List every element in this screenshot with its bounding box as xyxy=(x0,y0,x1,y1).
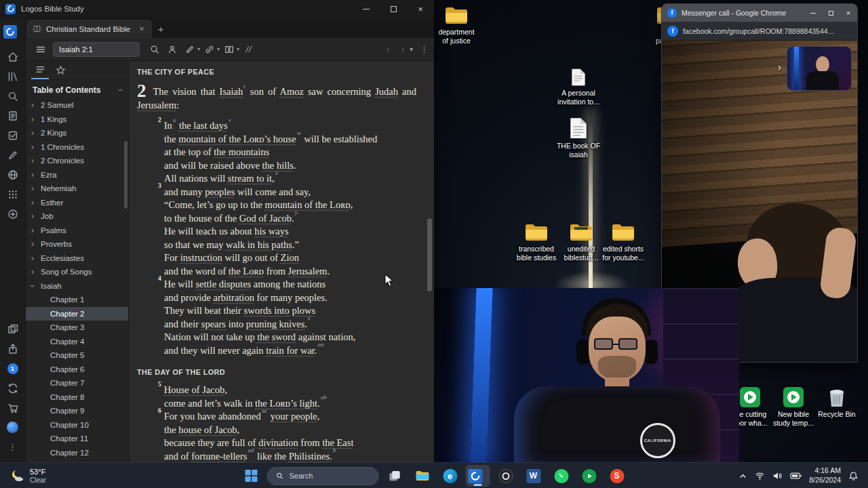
chrome-titlebar[interactable]: f Messenger call - Google Chrome × xyxy=(662,4,857,22)
tagged-term[interactable]: spears xyxy=(201,319,226,329)
maximize-button[interactable] xyxy=(380,0,407,18)
clock[interactable]: 4:16 AM 8/26/2024 xyxy=(809,466,841,485)
tagged-term[interactable]: arbitration xyxy=(213,292,254,303)
help-icon[interactable] xyxy=(3,418,22,437)
camtasia-button[interactable] xyxy=(577,465,601,487)
desktop-icon-department-of-justice[interactable]: department of justice xyxy=(434,5,479,45)
back-icon[interactable]: ‹ xyxy=(382,43,394,55)
footnote-marker[interactable]: ad xyxy=(248,447,254,453)
footnote-marker[interactable]: z xyxy=(308,314,311,321)
apps-grid-icon[interactable] xyxy=(3,184,22,204)
footnote-marker[interactable]: ab xyxy=(321,394,327,401)
desktop-icon-personal-invitation[interactable]: A personal invitation to... xyxy=(556,68,601,106)
tagged-term[interactable]: stream to it xyxy=(228,173,272,184)
footnote-marker[interactable]: b xyxy=(333,447,336,453)
panel-kebab-icon[interactable]: ⋮ xyxy=(420,44,429,54)
tagged-term[interactable]: divination xyxy=(258,437,298,448)
tagged-term[interactable]: the East xyxy=(322,437,353,448)
tagged-term[interactable]: the Lᴏʀᴅ xyxy=(229,266,264,277)
toc-chapter-item[interactable]: Chapter 11 xyxy=(26,432,128,446)
desktop-icon-new-bible-study-template[interactable]: New bible study temp... xyxy=(771,386,816,428)
tagged-term[interactable]: Isaiah xyxy=(220,86,243,97)
tagged-term[interactable]: fortune-tellers xyxy=(191,451,247,462)
link-caret-icon[interactable]: ▾ xyxy=(217,46,220,52)
minimize-button[interactable] xyxy=(353,0,380,18)
chrome-maximize-button[interactable] xyxy=(822,4,840,22)
share-icon[interactable] xyxy=(3,339,22,359)
volume-icon[interactable] xyxy=(772,471,783,481)
desktop-icon-recycle-bin[interactable]: Recycle Bin xyxy=(814,386,859,419)
tagged-term[interactable]: Philistines xyxy=(289,451,330,462)
columns-icon[interactable] xyxy=(221,41,237,58)
logos-titlebar[interactable]: Logos Bible Study × xyxy=(0,0,434,18)
parallel-passages-icon[interactable]: // xyxy=(241,41,257,58)
toc-chapter-item[interactable]: Chapter 9 xyxy=(26,404,128,418)
logos-taskbar-button[interactable] xyxy=(466,465,490,487)
tagged-term[interactable]: mountain of the Lᴏʀᴅ’s house xyxy=(178,134,296,144)
chrome-minimize-button[interactable] xyxy=(804,4,822,22)
taskbar-search[interactable]: Search xyxy=(267,467,379,485)
toc-book-item[interactable]: ›Nehemiah xyxy=(26,182,128,196)
toc-book-item[interactable]: ›Proverbs xyxy=(26,237,128,251)
toc-chapter-item[interactable]: Chapter 12 xyxy=(26,446,128,460)
toc-book-item[interactable]: ›Isaiah xyxy=(26,279,128,293)
tagged-term[interactable]: mountain of the Lᴏʀᴅ xyxy=(265,199,351,210)
toc-book-item[interactable]: ›2 Kings xyxy=(26,126,128,140)
toc-book-item[interactable]: ›1 Kings xyxy=(26,113,128,127)
desktop-icon-unedited-biblestudies[interactable]: unedited biblestud... xyxy=(559,222,604,262)
tagged-term[interactable]: instruction xyxy=(180,252,222,263)
word-button[interactable]: W xyxy=(521,465,546,487)
task-view-button[interactable] xyxy=(382,465,407,487)
tagged-term[interactable]: the last days xyxy=(179,120,228,131)
self-view-thumbnail[interactable] xyxy=(787,46,852,91)
toc-chapter-item[interactable]: Chapter 4 xyxy=(26,335,128,349)
people-icon[interactable] xyxy=(164,41,180,58)
toc-book-item[interactable]: ›Psalms xyxy=(26,224,128,238)
desktop-icon-edited-shorts[interactable]: edited shorts for youtube... xyxy=(601,222,646,262)
bookmarks-star-icon[interactable] xyxy=(52,61,69,79)
toc-chapter-item[interactable]: Chapter 2 xyxy=(26,307,128,321)
tab-close-icon[interactable]: × xyxy=(137,24,146,34)
toc-chapter-item[interactable]: Chapter 1 xyxy=(26,293,128,307)
tagged-term[interactable]: the mountains xyxy=(214,146,269,157)
forward-icon[interactable]: › xyxy=(397,43,409,55)
footnote-marker[interactable]: t xyxy=(243,83,245,89)
search-icon[interactable] xyxy=(3,86,22,106)
desktop-icon-the-book-of-isaiah[interactable]: THE book OF isaiah xyxy=(556,117,601,159)
notifications-badge[interactable]: 1 xyxy=(3,359,22,378)
toc-book-item[interactable]: ›2 Chronicles xyxy=(26,154,128,168)
chrome-close-button[interactable]: × xyxy=(840,4,857,22)
tagged-term[interactable]: God of Jacob xyxy=(239,213,292,224)
toc-book-item[interactable]: ›1 Chronicles xyxy=(26,140,128,155)
chrome-url-bar[interactable]: f facebook.com/groupcall/ROOM:7889884354… xyxy=(662,22,857,41)
contents-tool-icon[interactable] xyxy=(31,61,49,79)
toc-chapter-item[interactable]: Chapter 6 xyxy=(26,363,128,377)
footnote-marker[interactable]: y xyxy=(295,209,298,216)
thumbnail-collapse-icon[interactable]: › xyxy=(778,61,781,73)
guides-icon[interactable] xyxy=(3,125,22,145)
toc-chapter-item[interactable]: Chapter 5 xyxy=(26,348,128,363)
more-icon[interactable]: ⋮ xyxy=(3,437,22,457)
tagged-term[interactable]: House of Jacob xyxy=(164,384,224,395)
tagged-term[interactable]: settle disputes xyxy=(195,279,251,289)
tagged-term[interactable]: swords into plows xyxy=(244,305,316,316)
sidebar-scrollbar[interactable] xyxy=(124,141,127,209)
panel-menu-icon[interactable] xyxy=(33,41,49,58)
new-tab-button[interactable]: + xyxy=(152,20,170,38)
toc-book-item[interactable]: ›Ecclesiastes xyxy=(26,251,128,266)
toc-book-item[interactable]: ›Job xyxy=(26,209,128,224)
footnote-marker[interactable]: ac xyxy=(262,407,268,414)
history-caret-icon[interactable]: ▾ xyxy=(410,45,413,53)
tagged-term[interactable]: walk in his paths xyxy=(226,239,292,250)
snagit-button[interactable]: S xyxy=(605,465,629,487)
documents-icon[interactable] xyxy=(3,106,22,125)
footnote-marker[interactable]: u xyxy=(173,117,176,123)
start-button[interactable] xyxy=(239,465,264,487)
edge-button[interactable]: e xyxy=(438,465,462,487)
tagged-term[interactable]: Jerusalem xyxy=(288,266,328,277)
toc-chapter-item[interactable]: Chapter 8 xyxy=(26,390,128,405)
weather-widget[interactable]: 53°F Clear xyxy=(0,463,56,488)
store-icon[interactable] xyxy=(3,398,22,418)
file-explorer-button[interactable] xyxy=(410,465,435,487)
tagged-term[interactable]: the sword xyxy=(257,331,296,342)
